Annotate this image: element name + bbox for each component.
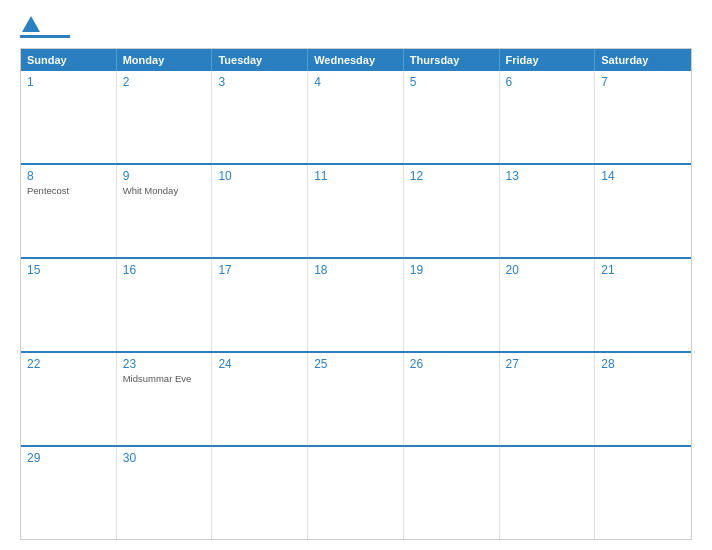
day-cell: 12: [404, 165, 500, 257]
day-cell: 21: [595, 259, 691, 351]
header-saturday: Saturday: [595, 49, 691, 71]
day-number: 16: [123, 263, 206, 277]
day-cell: 9Whit Monday: [117, 165, 213, 257]
day-cell: 27: [500, 353, 596, 445]
day-number: 14: [601, 169, 685, 183]
header-thursday: Thursday: [404, 49, 500, 71]
day-cell: 24: [212, 353, 308, 445]
header-wednesday: Wednesday: [308, 49, 404, 71]
day-number: 18: [314, 263, 397, 277]
day-number: 7: [601, 75, 685, 89]
week-row-5: 2930: [21, 445, 691, 539]
day-number: 12: [410, 169, 493, 183]
day-cell: 16: [117, 259, 213, 351]
day-cell: 1: [21, 71, 117, 163]
day-number: 23: [123, 357, 206, 371]
day-cell: 28: [595, 353, 691, 445]
day-number: 22: [27, 357, 110, 371]
day-cell: 10: [212, 165, 308, 257]
day-cell: 7: [595, 71, 691, 163]
day-cell: [404, 447, 500, 539]
day-cell: [308, 447, 404, 539]
week-row-2: 8Pentecost9Whit Monday1011121314: [21, 163, 691, 257]
day-number: 17: [218, 263, 301, 277]
day-cell: 15: [21, 259, 117, 351]
day-number: 11: [314, 169, 397, 183]
day-number: 24: [218, 357, 301, 371]
day-number: 13: [506, 169, 589, 183]
header-monday: Monday: [117, 49, 213, 71]
holiday-label: Whit Monday: [123, 185, 206, 196]
day-number: 5: [410, 75, 493, 89]
day-cell: 11: [308, 165, 404, 257]
weeks-container: 12345678Pentecost9Whit Monday10111213141…: [21, 71, 691, 539]
calendar: Sunday Monday Tuesday Wednesday Thursday…: [20, 48, 692, 540]
day-number: 3: [218, 75, 301, 89]
day-cell: 20: [500, 259, 596, 351]
day-number: 27: [506, 357, 589, 371]
day-number: 21: [601, 263, 685, 277]
logo-triangle-icon: [22, 16, 40, 32]
day-number: 26: [410, 357, 493, 371]
day-cell: 22: [21, 353, 117, 445]
logo: [20, 16, 72, 38]
day-number: 30: [123, 451, 206, 465]
day-number: 2: [123, 75, 206, 89]
day-cell: 17: [212, 259, 308, 351]
header-tuesday: Tuesday: [212, 49, 308, 71]
day-cell: 13: [500, 165, 596, 257]
week-row-3: 15161718192021: [21, 257, 691, 351]
day-cell: 4: [308, 71, 404, 163]
day-cell: 8Pentecost: [21, 165, 117, 257]
day-number: 9: [123, 169, 206, 183]
day-number: 6: [506, 75, 589, 89]
day-cell: 14: [595, 165, 691, 257]
day-cell: 18: [308, 259, 404, 351]
header-sunday: Sunday: [21, 49, 117, 71]
day-number: 25: [314, 357, 397, 371]
day-cell: 30: [117, 447, 213, 539]
header: [20, 16, 692, 38]
day-headers-row: Sunday Monday Tuesday Wednesday Thursday…: [21, 49, 691, 71]
day-number: 19: [410, 263, 493, 277]
day-number: 4: [314, 75, 397, 89]
day-cell: 26: [404, 353, 500, 445]
day-number: 20: [506, 263, 589, 277]
day-number: 29: [27, 451, 110, 465]
week-row-1: 1234567: [21, 71, 691, 163]
day-cell: 3: [212, 71, 308, 163]
day-cell: 23Midsummar Eve: [117, 353, 213, 445]
week-row-4: 2223Midsummar Eve2425262728: [21, 351, 691, 445]
holiday-label: Midsummar Eve: [123, 373, 206, 384]
day-number: 10: [218, 169, 301, 183]
day-cell: [595, 447, 691, 539]
day-number: 1: [27, 75, 110, 89]
day-cell: 5: [404, 71, 500, 163]
header-friday: Friday: [500, 49, 596, 71]
day-cell: 19: [404, 259, 500, 351]
holiday-label: Pentecost: [27, 185, 110, 196]
day-cell: 29: [21, 447, 117, 539]
logo-line: [20, 35, 70, 38]
day-cell: 6: [500, 71, 596, 163]
day-cell: 25: [308, 353, 404, 445]
calendar-page: Sunday Monday Tuesday Wednesday Thursday…: [0, 0, 712, 550]
day-cell: [212, 447, 308, 539]
day-number: 15: [27, 263, 110, 277]
day-cell: 2: [117, 71, 213, 163]
day-number: 28: [601, 357, 685, 371]
day-cell: [500, 447, 596, 539]
day-number: 8: [27, 169, 110, 183]
